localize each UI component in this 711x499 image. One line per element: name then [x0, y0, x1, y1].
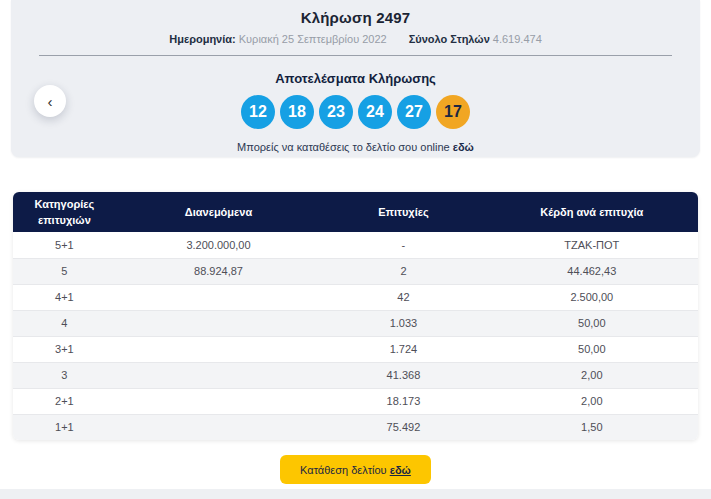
table-cell: 4+1 — [13, 284, 116, 310]
table-cell — [116, 388, 322, 414]
table-header-row: Κατηγορίες επιτυχιώνΔιανεμόμεναΕπιτυχίες… — [13, 192, 698, 232]
results-title: Αποτελέσματα Κλήρωσης — [11, 56, 700, 86]
table-cell — [116, 310, 322, 336]
winning-number-ball: 12 — [241, 95, 275, 129]
table-cell: 50,00 — [486, 336, 698, 362]
lottery-results-page: Κλήρωση 2497 Ημερομηνία: Κυριακή 25 Σεπτ… — [0, 0, 711, 499]
column-header: Κέρδη ανά επιτυχία — [486, 192, 698, 232]
results-table-body: 5+13.200.000,00-ΤΖΑΚ-ΠΟΤ588.924,87244.46… — [13, 232, 698, 440]
previous-draw-button[interactable]: ‹ — [34, 85, 66, 117]
table-row: 2+118.1732,00 — [13, 388, 698, 414]
winning-numbers: 121823242717 — [11, 95, 700, 129]
table-cell: 4 — [13, 310, 116, 336]
columns-value: 4.619.474 — [493, 33, 542, 45]
total-columns: Σύνολο Στηλών 4.619.474 — [409, 33, 542, 46]
table-cell: 2+1 — [13, 388, 116, 414]
table-cell: 2 — [321, 258, 485, 284]
winning-number-ball: 27 — [397, 95, 431, 129]
winning-number-ball: 23 — [319, 95, 353, 129]
table-cell: 2.500,00 — [486, 284, 698, 310]
table-row: 41.03350,00 — [13, 310, 698, 336]
table-cell: 42 — [321, 284, 485, 310]
winning-number-ball: 24 — [358, 95, 392, 129]
draw-header-card: Κλήρωση 2497 Ημερομηνία: Κυριακή 25 Σεπτ… — [11, 0, 700, 157]
column-header: Διανεμόμενα — [116, 192, 322, 232]
table-cell: 41.368 — [321, 362, 485, 388]
table-row: 3+11.72450,00 — [13, 336, 698, 362]
table-cell: ΤΖΑΚ-ΠΟΤ — [486, 232, 698, 258]
submit-label: Κατάθεση δελτίου — [300, 464, 387, 476]
table-cell: 2,00 — [486, 388, 698, 414]
joker-number-ball: 17 — [436, 95, 470, 129]
table-row: 341.3682,00 — [13, 362, 698, 388]
table-cell: 2,00 — [486, 362, 698, 388]
draw-title: Κλήρωση 2497 — [11, 0, 700, 26]
columns-label: Σύνολο Στηλών — [409, 33, 490, 45]
date-label: Ημερομηνία: — [169, 33, 235, 45]
table-cell: 50,00 — [486, 310, 698, 336]
table-cell — [116, 362, 322, 388]
table-cell — [116, 414, 322, 440]
table-cell: 44.462,43 — [486, 258, 698, 284]
submit-row: Κατάθεση δελτίου εδώ — [0, 455, 711, 484]
online-deposit-text: Μπορείς να καταθέσεις το δελτίο σου onli… — [11, 141, 700, 153]
table-cell — [116, 336, 322, 362]
prize-table-card: Κατηγορίες επιτυχιώνΔιανεμόμεναΕπιτυχίες… — [13, 192, 698, 440]
draw-date: Ημερομηνία: Κυριακή 25 Σεπτεμβρίου 2022 — [169, 33, 386, 46]
table-cell: 1,50 — [486, 414, 698, 440]
table-cell: 3.200.000,00 — [116, 232, 322, 258]
online-text-prefix: Μπορείς να καταθέσεις το δελτίο σου onli… — [237, 141, 450, 153]
table-cell: - — [321, 232, 485, 258]
table-cell: 18.173 — [321, 388, 485, 414]
table-cell: 1.724 — [321, 336, 485, 362]
table-cell: 3 — [13, 362, 116, 388]
draw-meta: Ημερομηνία: Κυριακή 25 Σεπτεμβρίου 2022 … — [11, 33, 700, 46]
table-row: 1+175.4921,50 — [13, 414, 698, 440]
table-cell: 5+1 — [13, 232, 116, 258]
winning-number-ball: 18 — [280, 95, 314, 129]
table-cell: 1.033 — [321, 310, 485, 336]
prize-table: Κατηγορίες επιτυχιώνΔιανεμόμεναΕπιτυχίες… — [13, 192, 698, 440]
column-header: Επιτυχίες — [321, 192, 485, 232]
online-deposit-link[interactable]: εδώ — [453, 141, 474, 153]
date-value: Κυριακή 25 Σεπτεμβρίου 2022 — [239, 33, 387, 45]
bottom-strip — [0, 489, 711, 499]
table-cell: 5 — [13, 258, 116, 284]
table-row: 588.924,87244.462,43 — [13, 258, 698, 284]
chevron-left-icon: ‹ — [48, 94, 53, 109]
table-cell: 1+1 — [13, 414, 116, 440]
table-cell — [116, 284, 322, 310]
submit-link-label: εδώ — [390, 464, 411, 476]
submit-slip-button[interactable]: Κατάθεση δελτίου εδώ — [280, 455, 431, 484]
table-row: 4+1422.500,00 — [13, 284, 698, 310]
table-row: 5+13.200.000,00-ΤΖΑΚ-ΠΟΤ — [13, 232, 698, 258]
table-cell: 75.492 — [321, 414, 485, 440]
column-header: Κατηγορίες επιτυχιών — [13, 192, 116, 232]
table-cell: 88.924,87 — [116, 258, 322, 284]
table-cell: 3+1 — [13, 336, 116, 362]
